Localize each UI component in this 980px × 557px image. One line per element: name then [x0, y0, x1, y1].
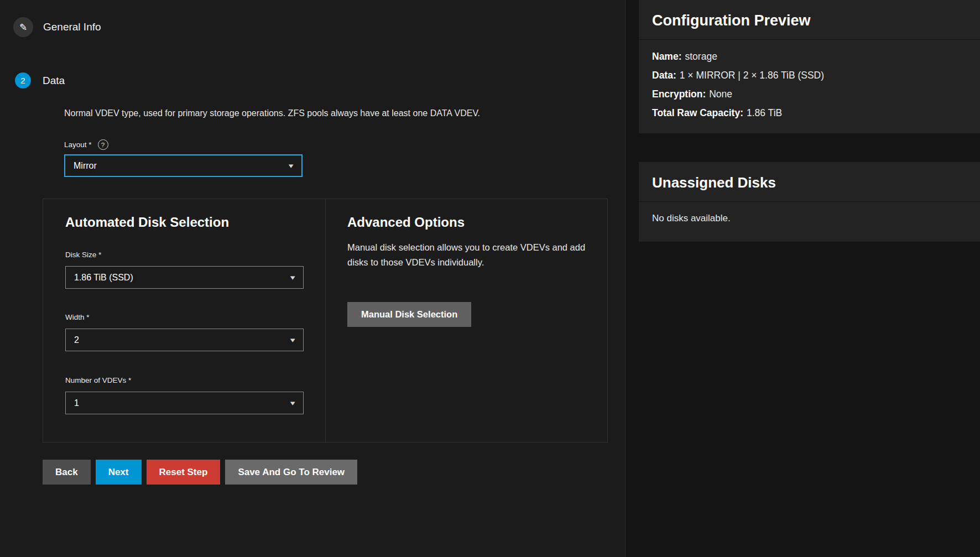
config-row-data-label: Data:: [652, 70, 676, 81]
back-button[interactable]: Back: [43, 460, 91, 485]
step-action-buttons: Back Next Reset Step Save And Go To Revi…: [43, 460, 357, 485]
help-glyph: ?: [101, 142, 105, 148]
config-row-encryption-value: None: [709, 89, 732, 100]
configuration-preview-header: Configuration Preview: [639, 0, 980, 40]
config-row-name-label: Name:: [652, 51, 682, 62]
width-select-value: 2: [74, 335, 79, 345]
vdev-count-label: Number of VDEVs *: [65, 376, 131, 384]
layout-field-label-row: Layout * ?: [64, 139, 108, 150]
manual-disk-selection-button[interactable]: Manual Disk Selection: [347, 302, 471, 327]
help-icon[interactable]: ?: [98, 139, 108, 150]
configuration-preview-body: Name:storage Data:1 × MIRROR | 2 × 1.86 …: [639, 40, 980, 133]
config-row-capacity: Total Raw Capacity:1.86 TiB: [652, 107, 967, 119]
panel-column-divider: [325, 199, 326, 442]
config-row-capacity-label: Total Raw Capacity:: [652, 107, 743, 118]
unassigned-disks-empty-text: No disks available.: [652, 213, 967, 228]
config-row-data: Data:1 × MIRROR | 2 × 1.86 TiB (SSD): [652, 70, 967, 81]
layout-select[interactable]: Mirror ▾: [64, 154, 303, 177]
disk-selection-panel: Automated Disk Selection Disk Size * 1.8…: [43, 199, 608, 443]
disk-size-select[interactable]: 1.86 TiB (SSD) ▾: [65, 266, 304, 289]
unassigned-disks-title: Unassigned Disks: [652, 174, 776, 191]
automated-disk-selection-title: Automated Disk Selection: [65, 215, 229, 230]
width-select[interactable]: 2 ▾: [65, 329, 304, 351]
config-row-encryption-label: Encryption:: [652, 89, 706, 100]
chevron-down-icon: ▾: [290, 399, 295, 407]
pencil-glyph: ✎: [19, 22, 27, 33]
step-general-info-label: General Info: [43, 21, 101, 33]
layout-select-value: Mirror: [74, 161, 97, 171]
wizard-main-area: ✎ General Info 2 Data Normal VDEV type, …: [0, 0, 625, 557]
config-row-data-value: 1 × MIRROR | 2 × 1.86 TiB (SSD): [680, 70, 824, 81]
vdev-count-select[interactable]: 1 ▾: [65, 392, 304, 414]
next-button[interactable]: Next: [96, 460, 142, 485]
disk-size-label: Disk Size *: [65, 251, 101, 259]
disk-size-select-value: 1.86 TiB (SSD): [74, 273, 133, 283]
unassigned-disks-header: Unassigned Disks: [639, 162, 980, 202]
unassigned-disks-body: No disks available.: [639, 202, 980, 242]
advanced-options-title: Advanced Options: [347, 215, 465, 230]
save-review-button[interactable]: Save And Go To Review: [225, 460, 357, 485]
reset-step-button[interactable]: Reset Step: [147, 460, 221, 485]
pool-creation-wizard: ✎ General Info 2 Data Normal VDEV type, …: [0, 0, 980, 557]
stepper-step-general-info[interactable]: ✎ General Info: [13, 17, 101, 37]
unassigned-disks-card: Unassigned Disks No disks available.: [639, 162, 980, 242]
width-label: Width *: [65, 313, 90, 321]
step-number: 2: [20, 76, 25, 85]
chevron-down-icon: ▾: [290, 336, 295, 344]
config-row-name-value: storage: [685, 51, 717, 62]
config-row-capacity-value: 1.86 TiB: [747, 107, 782, 118]
pencil-icon: ✎: [13, 17, 33, 37]
sidebar: Configuration Preview Name:storage Data:…: [625, 0, 980, 557]
configuration-preview-title: Configuration Preview: [652, 12, 811, 29]
vdev-count-select-value: 1: [74, 398, 79, 408]
step-number-badge: 2: [15, 72, 31, 89]
advanced-options-description: Manual disk selection allows you to crea…: [347, 240, 591, 270]
chevron-down-icon: ▾: [290, 273, 295, 282]
step-data-label: Data: [43, 75, 65, 87]
stepper-step-data[interactable]: 2 Data: [15, 72, 65, 89]
configuration-preview-card: Configuration Preview Name:storage Data:…: [639, 0, 980, 133]
layout-label: Layout *: [64, 140, 92, 149]
config-row-name: Name:storage: [652, 51, 967, 63]
chevron-down-icon: ▾: [289, 162, 294, 170]
config-row-encryption: Encryption:None: [652, 89, 967, 100]
data-vdev-description: Normal VDEV type, used for primary stora…: [64, 108, 480, 118]
